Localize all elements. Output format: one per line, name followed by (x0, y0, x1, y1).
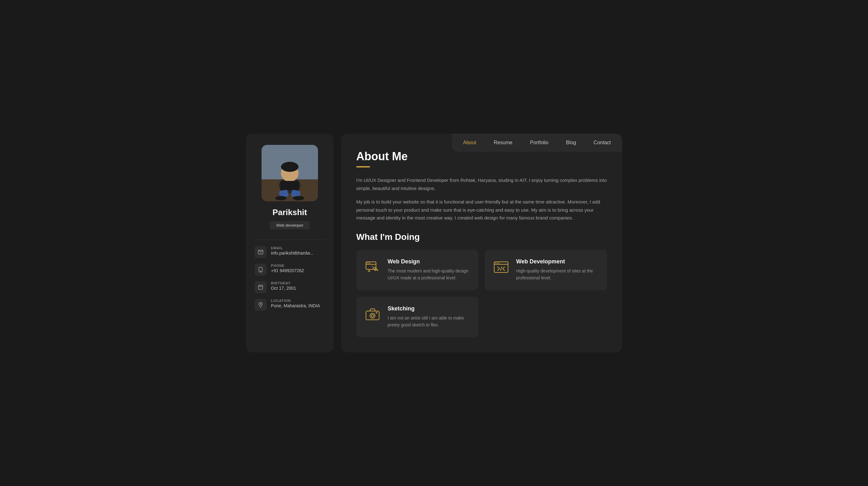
profile-name: Parikshit (273, 208, 307, 217)
birthday-label: BIRTHDAY (271, 281, 296, 285)
location-value: Pune, Maharastra, INDIA (271, 303, 320, 308)
content-area: About Me I'm UI/UX Designer and Frontend… (341, 133, 622, 352)
svg-rect-14 (258, 285, 263, 290)
what-doing-title: What I'm Doing (356, 232, 607, 242)
about-para-1: I'm UI/UX Designer and Frontend Develope… (356, 176, 607, 192)
email-item: EMAIL info.parikshitbhardw... (255, 246, 325, 258)
email-icon-box (255, 246, 267, 258)
svg-point-36 (371, 314, 374, 317)
sidebar: Parikshit Web developer EMAIL info.parik… (246, 133, 334, 352)
web-dev-icon (492, 259, 510, 276)
calendar-icon-box (255, 281, 267, 293)
nav-resume[interactable]: Resume (485, 133, 522, 152)
location-icon-box (255, 299, 267, 311)
svg-point-37 (376, 312, 377, 313)
web-design-icon (364, 259, 381, 276)
nav-contact[interactable]: Contact (585, 133, 620, 152)
svg-point-9 (275, 196, 287, 200)
nav-about[interactable]: About (454, 133, 485, 152)
about-title: About Me (356, 150, 607, 163)
svg-rect-28 (494, 262, 508, 272)
svg-point-18 (260, 304, 261, 305)
avatar (261, 145, 318, 201)
svg-point-31 (497, 263, 498, 263)
svg-line-33 (500, 267, 502, 271)
phone-label: PHONE (271, 264, 304, 268)
about-para-2: My job is to build your website so that … (356, 198, 607, 222)
email-icon (258, 249, 264, 255)
service-desc-sketching: I am not an artist still I am able to ma… (388, 314, 471, 329)
service-card-sketching: Sketching I am not an artist still I am … (356, 297, 478, 337)
app-container: Parikshit Web developer EMAIL info.parik… (246, 133, 622, 352)
svg-point-10 (293, 196, 304, 200)
email-label: EMAIL (271, 246, 313, 250)
main-panel: About Resume Portfolio Blog Contact Abou… (341, 133, 622, 352)
contact-info: EMAIL info.parikshitbhardw... PHONE +91 … (253, 246, 326, 311)
birthday-item: BIRTHDAY Oct 17, 2001 (255, 281, 325, 293)
service-name-web-dev: Web Development (516, 259, 599, 265)
service-name-sketching: Sketching (388, 305, 471, 312)
nav-bar: About Resume Portfolio Blog Contact (452, 133, 622, 152)
profile-badge: Web developer (270, 221, 310, 230)
nav-portfolio[interactable]: Portfolio (521, 133, 557, 152)
svg-point-13 (260, 271, 261, 272)
birthday-value: Oct 17, 2001 (271, 286, 296, 291)
services-grid: Web Design The most modern and high-qual… (356, 250, 607, 337)
location-item: LOCATION Pune, Maharastra, INDIA (255, 299, 325, 311)
svg-point-30 (495, 263, 496, 263)
title-underline (356, 166, 370, 168)
email-value: info.parikshitbhardw... (271, 250, 313, 255)
divider (253, 240, 326, 240)
service-name-web-design: Web Design (388, 259, 471, 265)
svg-point-23 (367, 263, 368, 263)
service-desc-web-dev: High-quality development of sites at the… (516, 268, 599, 281)
sketching-icon (364, 305, 381, 323)
svg-point-24 (368, 263, 369, 263)
svg-point-5 (281, 162, 299, 172)
service-card-web-dev: Web Development High-quality development… (485, 250, 607, 290)
location-icon (258, 302, 264, 308)
calendar-icon (258, 284, 264, 290)
svg-line-27 (372, 266, 373, 268)
phone-icon-box (255, 264, 267, 276)
svg-rect-6 (280, 181, 299, 190)
svg-point-32 (499, 263, 500, 263)
phone-icon (258, 267, 264, 272)
nav-blog[interactable]: Blog (557, 133, 585, 152)
service-card-web-design: Web Design The most modern and high-qual… (356, 250, 478, 290)
service-desc-web-design: The most modern and high-quality design … (388, 268, 471, 281)
phone-item: PHONE +91 9499207262 (255, 264, 325, 276)
svg-point-25 (370, 263, 371, 263)
location-label: LOCATION (271, 299, 320, 303)
svg-point-35 (370, 313, 375, 318)
phone-value: +91 9499207262 (271, 268, 304, 273)
